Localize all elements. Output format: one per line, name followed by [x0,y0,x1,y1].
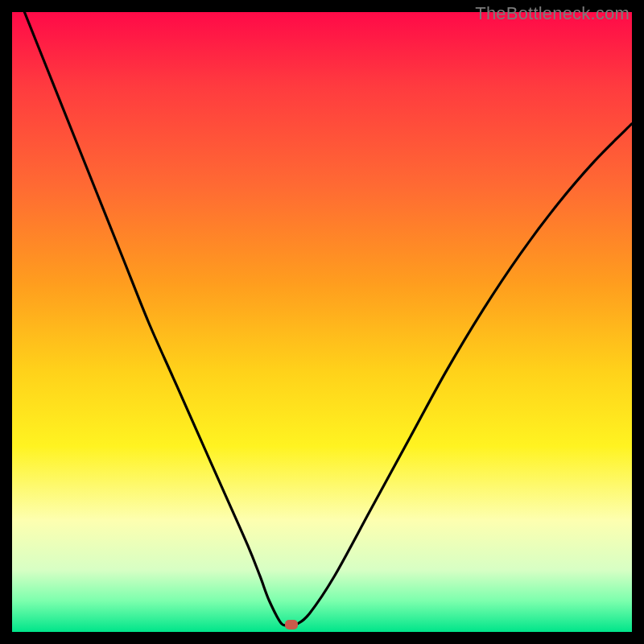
chart-frame [0,0,644,644]
watermark-text: TheBottleneck.com [475,3,630,24]
